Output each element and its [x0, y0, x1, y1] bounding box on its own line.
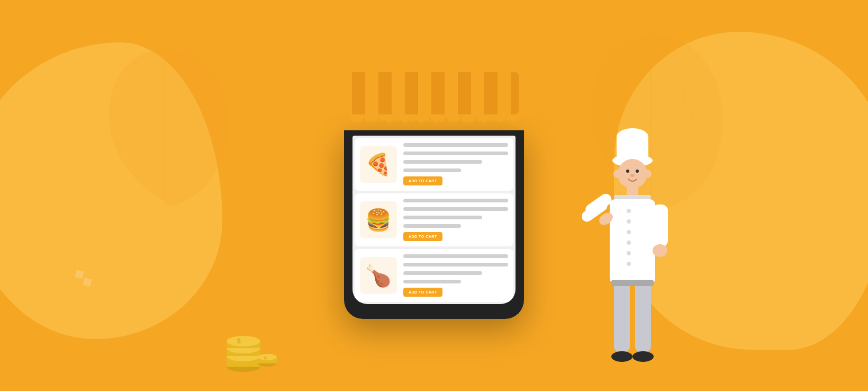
chicken-text-4 [403, 280, 461, 283]
pizza-info: ADD TO CART [403, 143, 508, 185]
svg-point-20 [617, 128, 648, 145]
awning [339, 72, 529, 130]
burger-icon: 🍔 [360, 201, 397, 238]
pizza-text-3 [403, 160, 482, 164]
svg-point-32 [627, 230, 631, 234]
chicken-add-to-cart-button[interactable]: ADD TO CART [403, 288, 442, 297]
pizza-icon: 🍕 [360, 146, 397, 183]
svg-point-25 [613, 170, 622, 178]
phone-device: 🍕 ADD TO CART 🍔 ADD TO CART [344, 130, 524, 319]
squiggle-decoration [74, 267, 101, 296]
svg-point-22 [626, 170, 629, 173]
svg-point-24 [630, 174, 635, 177]
food-item-pizza: 🍕 ADD TO CART [355, 138, 513, 191]
svg-point-44 [611, 351, 632, 362]
chicken-text-2 [403, 263, 508, 266]
burger-text-4 [403, 224, 461, 228]
svg-rect-43 [611, 280, 654, 286]
chef-character [582, 126, 688, 391]
svg-text:$: $ [264, 356, 267, 360]
pizza-text-2 [403, 152, 508, 155]
coins-decoration: $ $ [222, 325, 281, 375]
chicken-text-1 [403, 254, 508, 258]
phone-screen: 🍕 ADD TO CART 🍔 ADD TO CART [352, 136, 516, 304]
svg-rect-28 [614, 195, 651, 199]
burger-add-to-cart-button[interactable]: ADD TO CART [403, 232, 442, 241]
burger-text-1 [403, 199, 508, 202]
svg-point-23 [636, 170, 639, 173]
svg-rect-17 [349, 72, 519, 114]
phone-wrapper: 🍕 ADD TO CART 🍔 ADD TO CART [339, 72, 529, 319]
svg-point-40 [653, 244, 667, 257]
svg-rect-1 [83, 278, 92, 287]
burger-text-3 [403, 216, 482, 219]
food-item-chicken: 🍗 ADD TO CART [355, 249, 513, 302]
burger-info: ADD TO CART [403, 199, 508, 241]
svg-point-30 [627, 209, 631, 213]
chicken-info: ADD TO CART [403, 254, 508, 297]
svg-point-33 [627, 241, 631, 245]
svg-point-26 [643, 170, 652, 178]
svg-rect-29 [610, 199, 655, 284]
svg-point-8 [227, 336, 260, 346]
svg-rect-39 [652, 205, 668, 247]
svg-point-34 [627, 251, 631, 255]
svg-rect-0 [75, 270, 84, 279]
svg-point-31 [627, 219, 631, 224]
chicken-text-3 [403, 271, 482, 275]
svg-point-45 [632, 351, 654, 362]
pizza-text-4 [403, 168, 461, 172]
svg-point-35 [627, 262, 631, 266]
svg-rect-41 [614, 282, 630, 351]
svg-rect-42 [635, 282, 651, 351]
food-item-burger: 🍔 ADD TO CART [355, 193, 513, 246]
leaf-left-decoration [95, 32, 233, 212]
burger-text-2 [403, 207, 508, 211]
chicken-icon: 🍗 [360, 257, 397, 294]
svg-point-12 [258, 354, 277, 360]
svg-text:$: $ [237, 337, 241, 345]
pizza-add-to-cart-button[interactable]: ADD TO CART [403, 176, 442, 185]
pizza-text-1 [403, 143, 508, 147]
